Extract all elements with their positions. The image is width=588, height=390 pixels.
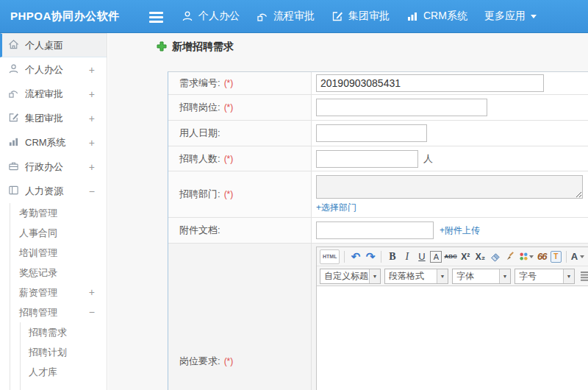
sidebar-item-hr[interactable]: 人力资源 − [0, 179, 107, 203]
combo-label: 段落格式 [385, 269, 437, 283]
editor-toolbar-row2: 自定义标题▼ 段落格式▼ 字体▼ 字号▼ [317, 266, 588, 286]
eraser-icon[interactable] [489, 249, 501, 264]
field-label: 招聘部门: (*) [168, 171, 312, 217]
sidebar-item-label: 个人桌面 [25, 39, 63, 52]
code-input[interactable] [316, 74, 544, 92]
nav-workflow-approval[interactable]: 流程审批 [257, 10, 315, 23]
sidebar-item-label: 个人办公 [25, 63, 63, 77]
sidebar-item-crm[interactable]: CRM系统 + [0, 130, 107, 155]
sidebar: 个人桌面 个人办公 + 流程审批 + 集团审批 + CRM系统 + 行政办公 +… [0, 33, 107, 390]
date-input[interactable] [316, 124, 427, 142]
sidebar-item-salary[interactable]: 薪资管理 + [10, 283, 107, 302]
required-mark: (*) [224, 102, 234, 113]
sub-item-label: 招聘管理 [19, 307, 57, 318]
page-title-text: 新增招聘需求 [172, 40, 234, 54]
redo-button[interactable]: ↷ [364, 249, 376, 264]
sidebar-item-label: 人力资源 [25, 185, 63, 198]
sub-item-label: 招聘计划 [29, 347, 67, 358]
sub-item-label: 招聘需求 [29, 327, 67, 338]
hr-submenu: 考勤管理 人事合同 培训管理 奖惩记录 薪资管理 + 招聘管理 − 招聘需求 招… [10, 203, 107, 390]
field-label-text: 用人日期: [179, 127, 220, 140]
nav-item-label: 更多应用 [484, 10, 526, 23]
home-icon [8, 39, 25, 52]
sub-item-label: 奖惩记录 [19, 267, 57, 278]
nav-personal-office[interactable]: 个人办公 [182, 10, 240, 23]
expand-plus-icon[interactable]: + [89, 64, 95, 76]
nav-group-approval[interactable]: 集团审批 [331, 10, 390, 23]
paste-text-button[interactable]: T [551, 251, 562, 263]
form-row-count: 招聘人数: (*) 人 [168, 146, 588, 171]
align-left-icon[interactable] [578, 269, 588, 283]
collapse-minus-icon[interactable]: − [89, 185, 95, 197]
attachment-input[interactable] [316, 221, 434, 239]
sidebar-item-recruit-plan[interactable]: 招聘计划 [21, 342, 107, 362]
field-label: 招聘人数: (*) [168, 146, 312, 171]
top-navbar: PHPOA协同办公软件 个人办公 流程审批 集团审批 CRM系统 更多应用 [0, 0, 588, 33]
expand-plus-icon[interactable]: + [89, 161, 95, 173]
menu-toggle-icon[interactable] [149, 12, 163, 25]
font-family-select[interactable]: 字体▼ [452, 269, 511, 284]
color-palette-icon[interactable] [518, 249, 534, 264]
select-department-link[interactable]: +选择部门 [316, 202, 356, 214]
sidebar-item-group-approval[interactable]: 集团审批 + [0, 106, 107, 130]
format-painter-icon[interactable] [503, 249, 516, 264]
sidebar-item-workflow-approval[interactable]: 流程审批 + [0, 82, 107, 106]
sidebar-item-training[interactable]: 培训管理 [10, 243, 107, 263]
expand-plus-icon[interactable]: + [89, 137, 95, 149]
form-row-department: 招聘部门: (*) +选择部门 [168, 171, 588, 218]
position-input[interactable] [316, 99, 487, 116]
recruit-submenu: 招聘需求 招聘计划 人才库 [20, 322, 107, 390]
sidebar-item-rewards[interactable]: 奖惩记录 [10, 263, 107, 283]
bold-button[interactable]: B [386, 249, 398, 264]
sidebar-item-personal-office[interactable]: 个人办公 + [0, 57, 107, 82]
field-label: 附件文档: [168, 218, 312, 243]
app-logo: PHPOA协同办公软件 [10, 10, 120, 24]
strikethrough-button[interactable]: ABC [444, 249, 456, 264]
user-icon [8, 63, 25, 77]
briefcase-icon [8, 160, 25, 174]
font-size-select[interactable]: 字号▼ [514, 269, 575, 284]
field-label: 需求编号: (*) [168, 72, 312, 94]
paragraph-format-select[interactable]: 段落格式▼ [384, 269, 448, 284]
expand-plus-icon[interactable]: + [89, 88, 95, 100]
sidebar-item-recruit-mgmt[interactable]: 招聘管理 − [10, 302, 107, 322]
blockquote-button[interactable]: 66 [536, 249, 548, 264]
undo-button[interactable]: ↶ [349, 249, 362, 264]
underline-button[interactable]: U [415, 249, 428, 264]
count-unit-label: 人 [423, 152, 433, 166]
toolbar-separator [381, 251, 381, 263]
nav-more-apps[interactable]: 更多应用 [484, 10, 537, 23]
sidebar-item-hr-contract[interactable]: 人事合同 [10, 223, 107, 243]
required-mark: (*) [224, 356, 234, 366]
sidebar-item-admin-office[interactable]: 行政办公 + [0, 155, 107, 179]
nav-crm-system[interactable]: CRM系统 [406, 10, 467, 23]
edit-square-icon [331, 10, 343, 22]
editor-content-area[interactable] [317, 286, 588, 390]
superscript-button[interactable]: X² [459, 249, 472, 264]
main-content: 新增招聘需求 需求编号: (*) 招聘岗位: (*) 用人日期: [108, 33, 588, 390]
sidebar-item-desktop[interactable]: 个人桌面 [0, 33, 107, 57]
font-style-button[interactable]: A [430, 251, 442, 263]
sidebar-item-talent-pool[interactable]: 人才库 [21, 362, 107, 382]
upload-attachment-link[interactable]: +附件上传 [440, 224, 480, 237]
nav-item-label: 流程审批 [273, 10, 315, 23]
count-input[interactable] [316, 150, 418, 168]
caret-down-icon [529, 255, 534, 260]
bar-chart-icon [406, 10, 418, 22]
custom-heading-select[interactable]: 自定义标题▼ [320, 269, 381, 284]
combo-label: 字号 [515, 269, 563, 283]
required-mark: (*) [224, 78, 234, 88]
department-textarea[interactable] [316, 175, 583, 199]
recruit-demand-form: 需求编号: (*) 招聘岗位: (*) 用人日期: [168, 71, 588, 390]
italic-button[interactable]: I [401, 249, 413, 264]
sidebar-item-attendance[interactable]: 考勤管理 [10, 203, 107, 223]
expand-plus-icon[interactable]: + [89, 283, 95, 302]
font-color-button[interactable]: A [571, 249, 584, 264]
html-source-button[interactable]: HTML [320, 249, 340, 264]
subscript-button[interactable]: X₂ [474, 249, 487, 264]
expand-plus-icon[interactable]: + [89, 113, 95, 124]
sub-item-label: 考勤管理 [19, 208, 57, 219]
field-label: 岗位要求: (*) [168, 244, 312, 390]
collapse-minus-icon[interactable]: − [89, 302, 95, 322]
sidebar-item-recruit-demand[interactable]: 招聘需求 [21, 322, 107, 342]
